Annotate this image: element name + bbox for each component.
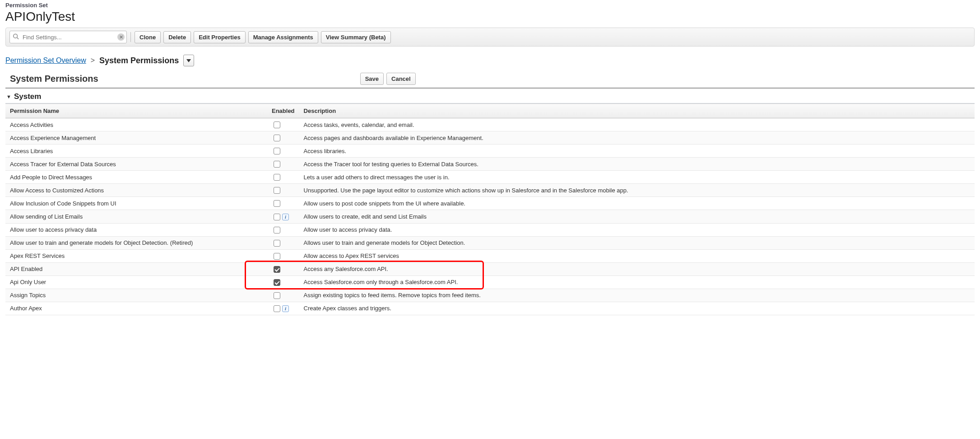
breadcrumb-overview-link[interactable]: Permission Set Overview: [5, 56, 86, 65]
table-row: Apex REST ServicesAllow access to Apex R…: [5, 249, 975, 262]
table-row: Allow user to access privacy dataAllow u…: [5, 223, 975, 236]
description-cell: Allows user to train and generate models…: [299, 236, 975, 249]
collapse-icon: ▼: [6, 94, 11, 99]
description-cell: Lets a user add others to direct message…: [299, 171, 975, 184]
breadcrumb: Permission Set Overview > System Permiss…: [5, 55, 975, 66]
group-header-system[interactable]: ▼ System: [5, 90, 975, 103]
permission-name-cell: Allow sending of List Emails: [5, 210, 267, 223]
section-title: System Permissions: [10, 74, 98, 84]
enabled-checkbox[interactable]: [274, 253, 280, 260]
permission-name-cell: Allow Inclusion of Code Snippets from UI: [5, 197, 267, 210]
enabled-checkbox[interactable]: [274, 121, 280, 128]
permissions-table: Permission Name Enabled Description Acce…: [5, 103, 975, 315]
enabled-cell: [267, 158, 299, 171]
cancel-button[interactable]: Cancel: [386, 73, 416, 85]
svg-marker-2: [186, 59, 191, 62]
col-header-enabled: Enabled: [267, 104, 299, 118]
clone-button[interactable]: Clone: [135, 31, 161, 43]
breadcrumb-dropdown-button[interactable]: [183, 55, 194, 66]
toolbar: ✕ Clone Delete Edit Properties Manage As…: [5, 28, 975, 47]
enabled-checkbox[interactable]: [274, 227, 280, 234]
search-wrap: ✕: [9, 31, 127, 43]
table-row: Add People to Direct MessagesLets a user…: [5, 171, 975, 184]
edit-properties-button[interactable]: Edit Properties: [194, 31, 245, 43]
group-label: System: [14, 92, 41, 101]
enabled-checkbox[interactable]: [274, 266, 280, 273]
enabled-checkbox[interactable]: [274, 187, 280, 194]
description-cell: Assign existing topics to feed items. Re…: [299, 289, 975, 302]
permission-name-cell: Allow user to train and generate models …: [5, 236, 267, 249]
col-header-name: Permission Name: [5, 104, 267, 118]
enabled-cell: i: [267, 302, 299, 315]
enabled-checkbox[interactable]: [274, 148, 280, 154]
description-cell: Access Salesforce.com only through a Sal…: [299, 276, 975, 289]
enabled-cell: [267, 184, 299, 197]
page-title: APIOnlyTest: [5, 9, 975, 24]
enabled-cell: [267, 171, 299, 184]
info-icon[interactable]: i: [282, 305, 289, 312]
table-row: Author ApexiCreate Apex classes and trig…: [5, 302, 975, 315]
table-row: Allow user to train and generate models …: [5, 236, 975, 249]
enabled-checkbox[interactable]: [274, 279, 280, 286]
enabled-checkbox[interactable]: [274, 214, 280, 220]
enabled-checkbox[interactable]: [274, 135, 280, 141]
header-label: Permission Set: [5, 2, 975, 9]
manage-assignments-button[interactable]: Manage Assignments: [248, 31, 318, 43]
breadcrumb-current: System Permissions: [99, 56, 179, 65]
delete-button[interactable]: Delete: [163, 31, 191, 43]
section-header: System Permissions Save Cancel: [10, 73, 975, 85]
permission-name-cell: Assign Topics: [5, 289, 267, 302]
permission-name-cell: Access Activities: [5, 118, 267, 131]
permission-name-cell: Add People to Direct Messages: [5, 171, 267, 184]
permission-name-cell: Allow Access to Customized Actions: [5, 184, 267, 197]
breadcrumb-separator: >: [91, 56, 95, 65]
description-cell: Access libraries.: [299, 145, 975, 158]
description-cell: Access pages and dashboards available in…: [299, 131, 975, 145]
table-row: Access Tracer for External Data SourcesA…: [5, 158, 975, 171]
description-cell: Allow user to access privacy data.: [299, 223, 975, 236]
table-row: Access Experience ManagementAccess pages…: [5, 131, 975, 145]
enabled-cell: [267, 236, 299, 249]
enabled-checkbox[interactable]: [274, 174, 280, 181]
table-row: Assign TopicsAssign existing topics to f…: [5, 289, 975, 302]
permission-name-cell: Allow user to access privacy data: [5, 223, 267, 236]
table-row: Access ActivitiesAccess tasks, events, c…: [5, 118, 975, 131]
enabled-cell: [267, 223, 299, 236]
section-actions: Save Cancel: [360, 73, 416, 85]
description-cell: Allow access to Apex REST services: [299, 249, 975, 262]
save-button[interactable]: Save: [360, 73, 384, 85]
enabled-cell: [267, 131, 299, 145]
search-input[interactable]: [9, 31, 127, 43]
enabled-cell: i: [267, 210, 299, 223]
enabled-checkbox[interactable]: [274, 240, 280, 247]
enabled-checkbox[interactable]: [274, 161, 280, 168]
description-cell: Access the Tracer tool for testing queri…: [299, 158, 975, 171]
table-row: Allow sending of List EmailsiAllow users…: [5, 210, 975, 223]
enabled-checkbox[interactable]: [274, 292, 280, 299]
enabled-cell: [267, 289, 299, 302]
table-row: Allow Inclusion of Code Snippets from UI…: [5, 197, 975, 210]
permission-name-cell: Access Tracer for External Data Sources: [5, 158, 267, 171]
table-row: API EnabledAccess any Salesforce.com API…: [5, 262, 975, 276]
enabled-checkbox[interactable]: [274, 305, 280, 312]
table-row: Access LibrariesAccess libraries.: [5, 145, 975, 158]
info-icon[interactable]: i: [282, 214, 289, 220]
description-cell: Access any Salesforce.com API.: [299, 262, 975, 276]
enabled-cell: [267, 145, 299, 158]
section-divider: [5, 88, 975, 89]
description-cell: Create Apex classes and triggers.: [299, 302, 975, 315]
table-row: Api Only UserAccess Salesforce.com only …: [5, 276, 975, 289]
view-summary-button[interactable]: View Summary (Beta): [321, 31, 391, 43]
permission-name-cell: Author Apex: [5, 302, 267, 315]
toolbar-divider: [130, 32, 131, 42]
permission-name-cell: Apex REST Services: [5, 249, 267, 262]
enabled-cell: [267, 262, 299, 276]
col-header-description: Description: [299, 104, 975, 118]
enabled-cell: [267, 118, 299, 131]
permission-name-cell: Access Experience Management: [5, 131, 267, 145]
description-cell: Access tasks, events, calendar, and emai…: [299, 118, 975, 131]
description-cell: Unsupported. Use the page layout editor …: [299, 184, 975, 197]
enabled-cell: [267, 197, 299, 210]
clear-icon[interactable]: ✕: [117, 33, 125, 41]
enabled-checkbox[interactable]: [274, 200, 280, 207]
